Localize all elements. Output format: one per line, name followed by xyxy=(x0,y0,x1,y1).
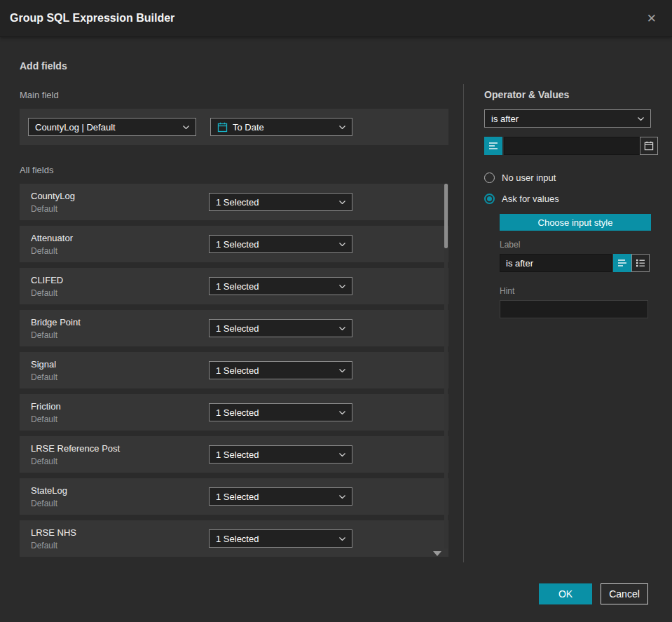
field-info: CountyLog Default xyxy=(31,191,209,214)
field-subtitle: Default xyxy=(31,541,209,550)
chevron-down-icon xyxy=(339,453,345,457)
all-fields-list: CountyLog Default 1 Selected Attenuator … xyxy=(20,184,448,557)
all-fields-label: All fields xyxy=(20,165,448,175)
add-fields-section: Add fields Main field CountyLog | Defaul… xyxy=(20,60,448,562)
radio-label: Ask for values xyxy=(502,194,559,204)
operator-values-section: Operator & Values is after xyxy=(484,89,651,318)
field-selected-dropdown[interactable]: 1 Selected xyxy=(209,403,352,421)
calendar-button[interactable] xyxy=(640,137,658,155)
field-selected-text: 1 Selected xyxy=(216,492,334,502)
field-name: LRSE NHS xyxy=(31,527,209,538)
ask-for-values-radio[interactable]: Ask for values xyxy=(484,191,651,205)
field-subtitle: Default xyxy=(31,414,209,424)
operator-select[interactable]: is after xyxy=(484,109,651,128)
chevron-down-icon xyxy=(339,126,345,129)
field-selected-dropdown[interactable]: 1 Selected xyxy=(209,445,352,464)
field-selected-text: 1 Selected xyxy=(216,534,334,544)
all-fields-list-wrap: CountyLog Default 1 Selected Attenuator … xyxy=(20,184,448,557)
field-selected-text: 1 Selected xyxy=(216,239,334,250)
field-selected-text: 1 Selected xyxy=(216,197,334,208)
field-selected-dropdown[interactable]: 1 Selected xyxy=(209,529,352,548)
scrollbar[interactable] xyxy=(444,184,448,548)
field-selected-dropdown[interactable]: 1 Selected xyxy=(209,277,352,295)
field-subtitle: Default xyxy=(31,372,209,382)
field-name: LRSE Reference Post xyxy=(31,443,209,454)
field-subtitle: Default xyxy=(31,246,209,256)
field-info: Attenuator Default xyxy=(31,233,209,256)
field-selected-dropdown[interactable]: 1 Selected xyxy=(209,361,352,379)
field-row: StateLog Default 1 Selected xyxy=(20,478,448,515)
radio-label: No user input xyxy=(502,173,556,183)
choose-input-style-button[interactable]: Choose input style xyxy=(500,214,651,231)
field-name: Friction xyxy=(31,401,209,412)
main-field-type-value: To Date xyxy=(233,122,334,133)
hint-input[interactable] xyxy=(500,300,648,318)
field-info: LRSE Reference Post Default xyxy=(31,443,209,466)
scrollbar-thumb[interactable] xyxy=(444,184,448,248)
field-name: Signal xyxy=(31,359,209,370)
field-row: CountyLog Default 1 Selected xyxy=(20,184,448,220)
dialog-title: Group SQL Expression Builder xyxy=(10,12,174,25)
chevron-down-icon xyxy=(339,327,345,330)
main-field-label: Main field xyxy=(20,90,448,100)
main-field-select[interactable]: CountyLog | Default xyxy=(28,118,196,136)
list-style-button[interactable] xyxy=(631,254,650,272)
chevron-down-icon xyxy=(339,411,345,414)
label-input-row xyxy=(500,254,651,272)
label-field-label: Label xyxy=(500,240,651,250)
field-row: CLIFED Default 1 Selected xyxy=(20,268,448,304)
vertical-divider xyxy=(463,84,464,562)
chevron-down-icon xyxy=(339,201,345,204)
field-info: Bridge Point Default xyxy=(31,317,209,340)
field-subtitle: Default xyxy=(31,288,209,298)
field-info: Friction Default xyxy=(31,401,209,424)
ok-button[interactable]: OK xyxy=(539,583,592,604)
operator-select-value: is after xyxy=(491,114,633,124)
main-field-type-select[interactable]: To Date xyxy=(210,118,352,136)
chevron-down-icon xyxy=(638,117,644,121)
field-row: Attenuator Default 1 Selected xyxy=(20,226,448,262)
list-icon xyxy=(488,142,498,150)
main-field-select-value: CountyLog | Default xyxy=(35,122,178,133)
field-selected-text: 1 Selected xyxy=(216,323,334,334)
user-input-radio-group: No user input Ask for values xyxy=(484,170,651,205)
single-line-style-button[interactable] xyxy=(613,254,631,272)
field-selected-dropdown[interactable]: 1 Selected xyxy=(209,193,352,211)
hint-field-label: Hint xyxy=(500,286,651,296)
radio-icon xyxy=(484,194,495,204)
chevron-down-icon xyxy=(339,243,345,246)
field-selected-text: 1 Selected xyxy=(216,407,334,418)
calendar-icon xyxy=(644,141,654,151)
close-icon[interactable]: ✕ xyxy=(644,10,659,27)
label-input[interactable] xyxy=(500,254,612,272)
field-selected-dropdown[interactable]: 1 Selected xyxy=(209,235,352,253)
field-name: Bridge Point xyxy=(31,317,209,327)
field-row: LRSE Reference Post Default 1 Selected xyxy=(20,436,448,473)
field-selected-dropdown[interactable]: 1 Selected xyxy=(209,319,352,337)
chevron-down-icon xyxy=(339,369,345,372)
calendar-icon xyxy=(217,122,228,133)
value-input[interactable] xyxy=(504,137,640,155)
field-subtitle: Default xyxy=(31,499,209,508)
field-subtitle: Default xyxy=(31,457,209,466)
no-user-input-radio[interactable]: No user input xyxy=(484,170,651,184)
field-subtitle: Default xyxy=(31,330,209,340)
field-info: StateLog Default xyxy=(31,485,209,508)
field-row: Friction Default 1 Selected xyxy=(20,394,448,431)
field-row: Signal Default 1 Selected xyxy=(20,352,448,388)
value-list-toggle-button[interactable] xyxy=(484,137,502,155)
field-name: CountyLog xyxy=(31,191,209,201)
field-name: CLIFED xyxy=(31,275,209,285)
field-row: LRSE NHS Default 1 Selected xyxy=(20,520,448,557)
field-info: Signal Default xyxy=(31,359,209,382)
add-fields-heading: Add fields xyxy=(20,60,448,72)
chevron-down-icon xyxy=(183,126,189,129)
dialog-header: Group SQL Expression Builder ✕ xyxy=(0,0,672,36)
dialog-footer: OK Cancel xyxy=(539,583,648,604)
field-selected-dropdown[interactable]: 1 Selected xyxy=(209,487,352,506)
cancel-button[interactable]: Cancel xyxy=(601,583,648,604)
chevron-down-icon xyxy=(339,285,345,288)
radio-icon xyxy=(484,173,495,183)
chevron-down-icon xyxy=(339,537,345,541)
operator-values-heading: Operator & Values xyxy=(484,89,651,100)
